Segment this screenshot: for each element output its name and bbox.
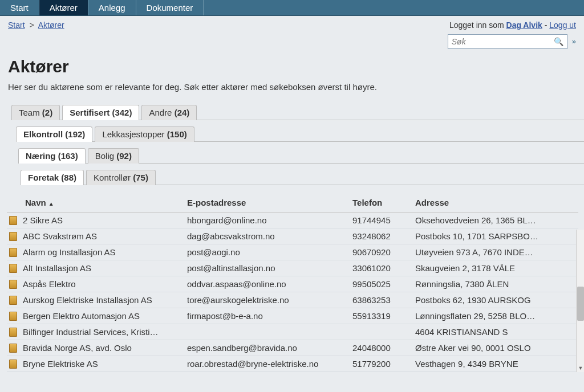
table-row[interactable]: Bravida Norge AS, avd. Osloespen.sandber… xyxy=(7,340,578,356)
cell-name-text: Aspås Elektro xyxy=(23,279,76,289)
col-phone-header[interactable]: Telefon xyxy=(349,194,412,213)
cell-name-text: Bergen Elektro Automasjon AS xyxy=(23,311,140,321)
cell-phone: 91744945 xyxy=(349,213,412,228)
cell-phone: 63863253 xyxy=(349,292,412,308)
col-email-header[interactable]: E-postadresse xyxy=(184,194,349,213)
cell-phone: 33061020 xyxy=(349,260,412,276)
search-input[interactable] xyxy=(452,37,554,46)
cell-name: Bilfinger Industrial Services, Kristi… xyxy=(7,324,184,340)
col-address-header[interactable]: Adresse xyxy=(412,194,578,213)
scrollbar-thumb[interactable] xyxy=(577,287,584,321)
company-icon xyxy=(9,232,17,241)
cell-email: firmapost@b-e-a.no xyxy=(184,308,349,324)
table-row[interactable]: Alarm og Installasjon ASpost@aogi.no9067… xyxy=(7,244,578,260)
cell-phone: 55913319 xyxy=(349,308,412,324)
tab-naering[interactable]: Næring (163) xyxy=(18,148,86,164)
table-row[interactable]: 2 Sikre AShbongard@online.no91744945Okse… xyxy=(7,213,578,228)
search-icon[interactable]: 🔍 xyxy=(554,37,563,46)
table-row[interactable]: Aurskog Elektriske Installasjon AStore@a… xyxy=(7,292,578,308)
tab-bolig[interactable]: Bolig (92) xyxy=(88,148,139,164)
top-nav: Start Aktører Anlegg Dokumenter xyxy=(0,0,584,16)
content-area: Team (2) Sertifisert (342) Andre (24) El… xyxy=(0,104,584,372)
table-row[interactable]: Alt Installasjon ASpost@altinstallasjon.… xyxy=(7,260,578,276)
nav-dokumenter[interactable]: Dokumenter xyxy=(136,0,204,15)
logout-link[interactable]: Logg ut xyxy=(549,21,576,30)
login-sep: - xyxy=(545,21,550,30)
company-icon xyxy=(9,360,17,369)
cell-name: ABC Svakstrøm AS xyxy=(7,228,184,244)
tabs-level4: Foretak (88) Kontrollør (75) xyxy=(21,169,584,185)
header-row: Start > Aktører Logget inn som Dag Alvik… xyxy=(0,16,584,32)
cell-address: Oksehovedveien 26, 1365 BL… xyxy=(412,213,578,228)
login-prefix: Logget inn som xyxy=(449,21,506,30)
table-row[interactable]: Bergen Elektro Automasjon ASfirmapost@b-… xyxy=(7,308,578,324)
expand-search-icon[interactable]: » xyxy=(572,39,576,44)
cell-email: dag@abcsvakstrom.no xyxy=(184,228,349,244)
tab-kontrollor[interactable]: Kontrollør (75) xyxy=(86,170,156,185)
cell-name-text: Bilfinger Industrial Services, Kristi… xyxy=(23,327,159,337)
nav-anlegg[interactable]: Anlegg xyxy=(88,0,136,15)
cell-name-text: Alarm og Installasjon AS xyxy=(23,247,116,257)
nav-aktorer[interactable]: Aktører xyxy=(39,0,88,15)
scroll-down-arrow-icon[interactable]: ▼ xyxy=(577,364,584,372)
breadcrumb-start[interactable]: Start xyxy=(8,21,25,30)
sort-asc-icon: ▲ xyxy=(48,201,54,207)
tab-elkontroll[interactable]: Elkontroll (192) xyxy=(16,126,92,142)
page-description: Her ser du aktørene som er relevante for… xyxy=(0,82,584,104)
cell-address: Rønningslia, 7380 ÅLEN xyxy=(412,276,578,292)
company-icon xyxy=(9,344,17,353)
table-wrap: Navn ▲ E-postadresse Telefon Adresse 2 S… xyxy=(0,191,584,372)
cell-name: Aspås Elektro xyxy=(7,276,184,292)
tabs-level1: Team (2) Sertifisert (342) Andre (24) xyxy=(11,104,584,120)
cell-email: oddvar.aspaas@online.no xyxy=(184,276,349,292)
nav-start[interactable]: Start xyxy=(0,0,39,15)
search-box: 🔍 xyxy=(448,34,567,49)
company-icon xyxy=(9,296,17,305)
breadcrumb-current[interactable]: Aktører xyxy=(38,21,64,30)
table-row[interactable]: Aspås Elektrooddvar.aspaas@online.no9950… xyxy=(7,276,578,292)
breadcrumb-sep: > xyxy=(29,21,34,30)
tabs-level2: Elkontroll (192) Lekkasjestopper (150) xyxy=(16,126,584,142)
cell-name: 2 Sikre AS xyxy=(7,213,184,228)
cell-address: Postboks 10, 1701 SARPSBO… xyxy=(412,228,578,244)
tab-lekkasjestopper[interactable]: Lekkasjestopper (150) xyxy=(95,126,194,142)
cell-name: Alarm og Installasjon AS xyxy=(7,244,184,260)
cell-address: 4604 KRISTIANSAND S xyxy=(412,324,578,340)
cell-name-text: Aurskog Elektriske Installasjon AS xyxy=(23,295,152,305)
breadcrumb: Start > Aktører xyxy=(8,21,64,30)
col-name-header[interactable]: Navn ▲ xyxy=(7,194,184,213)
login-user-link[interactable]: Dag Alvik xyxy=(506,21,542,30)
table-row[interactable]: Bilfinger Industrial Services, Kristi…46… xyxy=(7,324,578,340)
cell-name-text: ABC Svakstrøm AS xyxy=(23,231,97,241)
company-icon xyxy=(9,328,17,337)
cell-phone: 99505025 xyxy=(349,276,412,292)
search-row: 🔍 » xyxy=(0,32,584,49)
cell-name-text: 2 Sikre AS xyxy=(23,215,63,225)
cell-name-text: Bravida Norge AS, avd. Oslo xyxy=(23,343,132,353)
cell-address: Utøyveien 973 A, 7670 INDE… xyxy=(412,244,578,260)
cell-email xyxy=(184,324,349,340)
tab-foretak[interactable]: Foretak (88) xyxy=(21,170,84,185)
company-icon xyxy=(9,280,17,289)
tabs-level3: Næring (163) Bolig (92) xyxy=(18,148,584,164)
tab-andre[interactable]: Andre (24) xyxy=(141,105,197,120)
cell-email: espen.sandberg@bravida.no xyxy=(184,340,349,356)
vertical-scrollbar[interactable]: ▼ xyxy=(576,230,584,372)
cell-name: Alt Installasjon AS xyxy=(7,260,184,276)
page-title: Aktører xyxy=(0,49,584,82)
table-row[interactable]: ABC Svakstrøm ASdag@abcsvakstrom.no93248… xyxy=(7,228,578,244)
cell-name: Bryne Elektriske AS xyxy=(7,356,184,372)
tab-team[interactable]: Team (2) xyxy=(11,105,60,120)
cell-name: Aurskog Elektriske Installasjon AS xyxy=(7,292,184,308)
cell-address: Vesthagen 9, 4349 BRYNE xyxy=(412,356,578,372)
cell-name: Bergen Elektro Automasjon AS xyxy=(7,308,184,324)
tab-sertifisert[interactable]: Sertifisert (342) xyxy=(62,105,139,120)
cell-name-text: Bryne Elektriske AS xyxy=(23,359,98,369)
table-row[interactable]: Bryne Elektriske ASroar.obrestad@bryne-e… xyxy=(7,356,578,372)
cell-email: post@altinstallasjon.no xyxy=(184,260,349,276)
company-icon xyxy=(9,264,17,273)
cell-address: Lønningsflaten 29, 5258 BLO… xyxy=(412,308,578,324)
company-icon xyxy=(9,248,17,257)
cell-phone xyxy=(349,324,412,340)
actors-table: Navn ▲ E-postadresse Telefon Adresse 2 S… xyxy=(7,194,578,372)
